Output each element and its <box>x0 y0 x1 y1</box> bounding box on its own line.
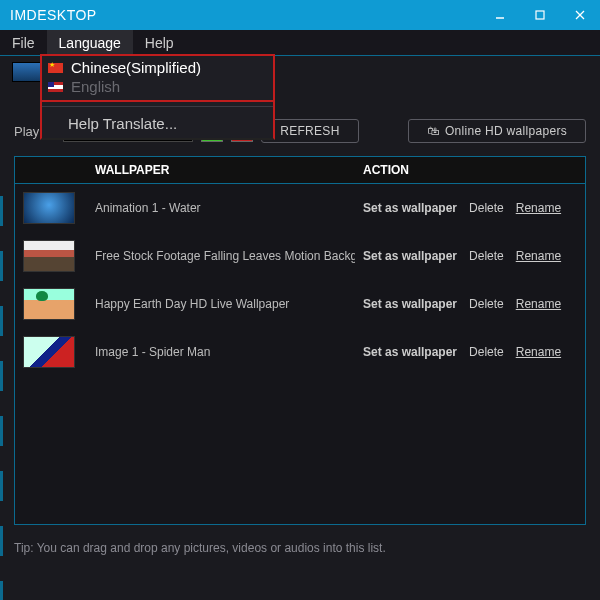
lang-item-chinese[interactable]: Chinese(Simplified) <box>48 58 267 77</box>
cell-name: Image 1 - Spider Man <box>87 345 355 359</box>
lang-chinese-label: Chinese(Simplified) <box>71 59 201 76</box>
wallpaper-table: WALLPAPER ACTION Animation 1 - WaterSet … <box>14 156 586 525</box>
wallpaper-thumb <box>23 336 75 368</box>
table-row[interactable]: Free Stock Footage Falling Leaves Motion… <box>15 232 585 280</box>
svg-rect-1 <box>536 11 544 19</box>
close-button[interactable] <box>560 0 600 30</box>
table-header: WALLPAPER ACTION <box>15 157 585 184</box>
action-delete[interactable]: Delete <box>469 201 504 215</box>
lang-english-label: English <box>71 78 120 95</box>
maximize-button[interactable] <box>520 0 560 30</box>
cell-thumb <box>15 336 87 368</box>
wallpaper-thumb <box>23 192 75 224</box>
cell-name: Free Stock Footage Falling Leaves Motion… <box>87 249 355 263</box>
col-thumb <box>15 157 87 183</box>
action-rename[interactable]: Rename <box>516 201 561 215</box>
cell-thumb <box>15 240 87 272</box>
action-set[interactable]: Set as wallpaper <box>363 297 457 311</box>
menu-separator <box>42 106 273 107</box>
action-rename[interactable]: Rename <box>516 297 561 311</box>
cell-actions: Set as wallpaperDeleteRename <box>355 201 585 215</box>
content-area: Chinese(Simplified) English Help Transla… <box>0 56 600 600</box>
app-title: IMDESKTOP <box>10 7 97 23</box>
titlebar: IMDESKTOP <box>0 0 600 30</box>
flag-cn-icon <box>48 63 63 73</box>
online-label: Online HD wallpapers <box>445 124 567 138</box>
cell-thumb <box>15 192 87 224</box>
wallpaper-thumb <box>23 240 75 272</box>
cell-name: Animation 1 - Water <box>87 201 355 215</box>
gift-icon: 🛍 <box>427 124 439 138</box>
menu-help[interactable]: Help <box>133 30 186 55</box>
language-highlight-box: Chinese(Simplified) English <box>40 54 275 102</box>
cell-actions: Set as wallpaperDeleteRename <box>355 249 585 263</box>
refresh-button[interactable]: REFRESH <box>261 119 358 143</box>
wallpaper-thumb <box>23 288 75 320</box>
app-window: IMDESKTOP File Language Help Chinese(Sim… <box>0 0 600 600</box>
minimize-button[interactable] <box>480 0 520 30</box>
online-wallpapers-button[interactable]: 🛍 Online HD wallpapers <box>408 119 586 143</box>
cell-name: Happy Earth Day HD Live Wallpaper <box>87 297 355 311</box>
action-set[interactable]: Set as wallpaper <box>363 201 457 215</box>
action-delete[interactable]: Delete <box>469 297 504 311</box>
action-rename[interactable]: Rename <box>516 345 561 359</box>
cell-thumb <box>15 288 87 320</box>
lang-item-english[interactable]: English <box>48 77 267 96</box>
table-body: Animation 1 - WaterSet as wallpaperDelet… <box>15 184 585 524</box>
help-translate-item[interactable]: Help Translate... <box>42 111 273 138</box>
desktop-thumbnail[interactable] <box>12 62 42 82</box>
table-row[interactable]: Happy Earth Day HD Live WallpaperSet as … <box>15 280 585 328</box>
left-edge-decoration <box>0 196 3 600</box>
tip-text: Tip: You can drag and drop any pictures,… <box>0 531 600 565</box>
action-delete[interactable]: Delete <box>469 345 504 359</box>
action-rename[interactable]: Rename <box>516 249 561 263</box>
action-set[interactable]: Set as wallpaper <box>363 345 457 359</box>
col-wallpaper: WALLPAPER <box>87 157 355 183</box>
menu-file[interactable]: File <box>0 30 47 55</box>
action-set[interactable]: Set as wallpaper <box>363 249 457 263</box>
language-dropdown: Chinese(Simplified) English Help Transla… <box>40 56 275 140</box>
table-row[interactable]: Image 1 - Spider ManSet as wallpaperDele… <box>15 328 585 376</box>
menubar: File Language Help <box>0 30 600 56</box>
cell-actions: Set as wallpaperDeleteRename <box>355 345 585 359</box>
flag-us-icon <box>48 82 63 92</box>
table-row[interactable]: Animation 1 - WaterSet as wallpaperDelet… <box>15 184 585 232</box>
col-action: ACTION <box>355 157 585 183</box>
window-controls <box>480 0 600 30</box>
action-delete[interactable]: Delete <box>469 249 504 263</box>
cell-actions: Set as wallpaperDeleteRename <box>355 297 585 311</box>
menu-language[interactable]: Language <box>47 30 133 55</box>
